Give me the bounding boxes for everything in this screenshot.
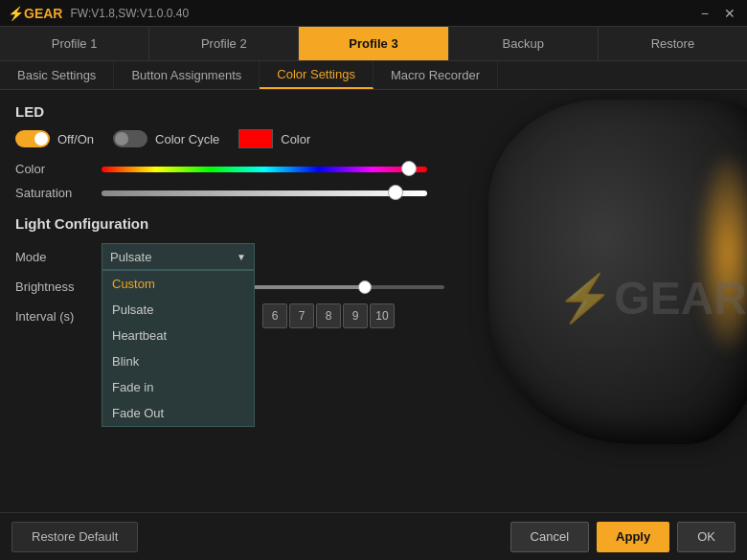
title-controls: − ✕ [697, 6, 739, 21]
main-content: ⚡GEAR LED Off/On Color Cycle Color [0, 90, 747, 512]
left-panel: LED Off/On Color Cycle Color Col [0, 90, 460, 512]
dropdown-item-fadein[interactable]: Fade in [102, 374, 254, 400]
offon-toggle[interactable] [15, 130, 50, 147]
sub-tabs: Basic Settings Button Assignments Color … [0, 61, 747, 90]
close-button[interactable]: ✕ [720, 6, 739, 21]
title-bar-left: ⚡GEAR FW:V1.8,SW:V1.0.0.40 [8, 6, 189, 21]
color-cycle-knob [115, 132, 128, 146]
profile-tabs: Profile 1 Profile 2 Profile 3 Backup Res… [0, 27, 747, 61]
sub-tab-basic[interactable]: Basic Settings [0, 61, 114, 89]
color-cycle-label: Color Cycle [155, 132, 219, 146]
color-label: Color [281, 132, 310, 146]
apply-button[interactable]: Apply [597, 522, 669, 552]
color-container: Color [238, 129, 310, 148]
minimize-button[interactable]: − [697, 6, 713, 21]
num-btn-7[interactable]: 7 [289, 303, 314, 328]
color-cycle-toggle[interactable] [113, 130, 147, 147]
offon-label: Off/On [57, 132, 94, 146]
brightness-thumb[interactable] [358, 280, 372, 294]
ok-button[interactable]: OK [677, 522, 736, 552]
saturation-slider-row: Saturation [15, 186, 444, 200]
dropdown-item-custom[interactable]: Custom [102, 271, 254, 297]
color-swatch[interactable] [238, 129, 273, 148]
fnatic-watermark: ⚡GEAR [556, 272, 747, 325]
mode-label: Mode [15, 250, 102, 264]
mouse-graphic: ⚡GEAR [450, 100, 747, 454]
fnatic-logo: ⚡GEAR [8, 6, 62, 21]
brightness-label: Brightness [15, 280, 96, 294]
mode-dropdown-menu: Custom Pulsate Heartbeat Blink Fade in F… [102, 270, 255, 427]
mode-dropdown[interactable]: Pulsate ▼ [102, 243, 255, 270]
profile-tab-backup[interactable]: Backup [449, 27, 599, 60]
color-slider-thumb[interactable] [401, 161, 417, 176]
restore-default-button[interactable]: Restore Default [11, 522, 138, 552]
interval-label: Interval (s) [15, 309, 102, 324]
saturation-slider-label: Saturation [15, 186, 92, 200]
bottom-right: Cancel Apply OK [510, 522, 736, 552]
sub-tab-color[interactable]: Color Settings [260, 61, 374, 89]
dropdown-item-fadeout[interactable]: Fade Out [102, 400, 254, 426]
color-cycle-container: Color Cycle [113, 130, 219, 147]
num-btn-8[interactable]: 8 [316, 303, 341, 328]
color-slider-row: Color [15, 162, 444, 176]
bottom-left: Restore Default [11, 522, 138, 552]
dropdown-item-heartbeat[interactable]: Heartbeat [102, 323, 254, 348]
profile-tab-restore[interactable]: Restore [599, 27, 747, 60]
sub-tab-button[interactable]: Button Assignments [114, 61, 260, 89]
color-slider-label: Color [15, 162, 92, 176]
offon-toggle-knob [34, 132, 48, 146]
saturation-slider-thumb[interactable] [388, 185, 403, 200]
num-btn-10[interactable]: 10 [370, 303, 395, 328]
offon-toggle-container: Off/On [15, 130, 94, 147]
led-section-title: LED [15, 103, 444, 120]
interval-number-buttons: 6 7 8 9 10 [262, 303, 395, 328]
sub-tab-macro[interactable]: Macro Recorder [374, 61, 498, 89]
saturation-slider-track[interactable] [102, 190, 427, 196]
dropdown-item-pulsate[interactable]: Pulsate [102, 297, 254, 323]
version-text: FW:V1.8,SW:V1.0.0.40 [70, 7, 189, 20]
profile-tab-2[interactable]: Profile 2 [149, 27, 299, 60]
color-slider-track[interactable] [102, 167, 427, 172]
mode-dropdown-value: Pulsate [110, 250, 151, 264]
num-btn-6[interactable]: 6 [262, 303, 287, 328]
mode-row: Mode Pulsate ▼ Custom Pulsate Heartbeat … [15, 243, 444, 270]
brightness-track[interactable] [253, 285, 444, 289]
profile-tab-3[interactable]: Profile 3 [299, 27, 448, 60]
dropdown-arrow-icon: ▼ [237, 252, 246, 262]
title-bar: ⚡GEAR FW:V1.8,SW:V1.0.0.40 − ✕ [0, 0, 747, 27]
cancel-button[interactable]: Cancel [510, 522, 589, 552]
num-btn-9[interactable]: 9 [343, 303, 368, 328]
light-config-title: Light Configuration [15, 215, 444, 232]
led-controls-row: Off/On Color Cycle Color [15, 129, 444, 148]
bottom-bar: Restore Default Cancel Apply OK [0, 512, 747, 560]
dropdown-item-blink[interactable]: Blink [102, 348, 254, 374]
profile-tab-1[interactable]: Profile 1 [0, 27, 149, 60]
